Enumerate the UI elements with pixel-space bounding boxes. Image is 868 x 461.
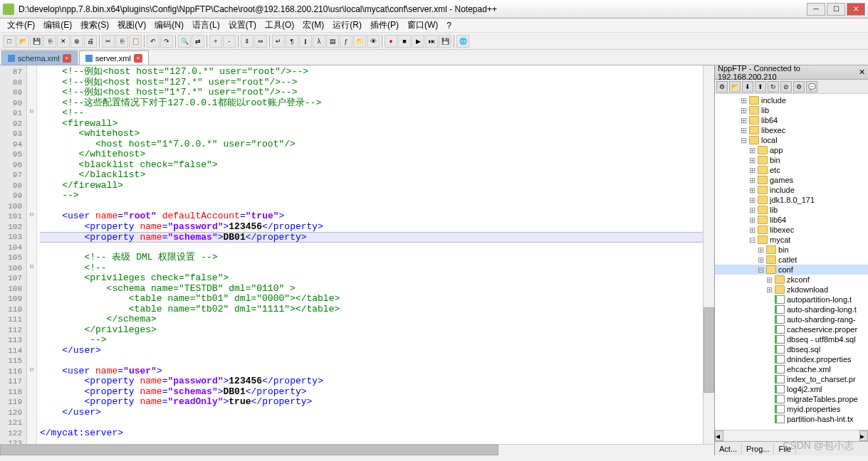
tree-folder[interactable]: ⊟ conf xyxy=(715,265,868,275)
replace-button[interactable]: ⇄ xyxy=(192,35,204,48)
tree-file[interactable]: cacheservice.proper xyxy=(715,324,868,334)
ftp-upload-button[interactable]: ⬆ xyxy=(755,81,766,92)
paste-button[interactable]: 📋 xyxy=(129,35,142,48)
stop-macro-button[interactable]: ■ xyxy=(398,35,411,48)
indent-guide-button[interactable]: ⫿ xyxy=(299,35,312,48)
undo-button[interactable]: ↶ xyxy=(147,35,160,48)
ftp-abort-button[interactable]: ⊘ xyxy=(780,81,792,92)
vertical-scrollbar[interactable] xyxy=(703,65,714,444)
close-all-button[interactable]: ⊗ xyxy=(70,35,83,48)
expand-icon[interactable]: ⊞ xyxy=(766,285,775,295)
expand-icon[interactable]: ⊞ xyxy=(749,146,758,155)
tree-folder[interactable]: ⊞ catlet xyxy=(715,255,868,265)
ftp-messages-button[interactable]: 💬 xyxy=(806,81,817,92)
tree-file[interactable]: migrateTables.prope xyxy=(715,394,868,404)
menu-item[interactable]: 运行(R) xyxy=(328,18,366,33)
ftp-settings-button[interactable]: ⚙ xyxy=(793,81,805,92)
tree-file[interactable]: log4j2.xml xyxy=(715,384,868,394)
sync-h-button[interactable]: ⇔ xyxy=(254,35,267,48)
tree-file[interactable]: dbseq.sql xyxy=(715,344,868,354)
monitoring-button[interactable]: 👁 xyxy=(367,35,380,48)
tree-folder[interactable]: ⊞ jdk1.8.0_171 xyxy=(715,195,868,205)
ftp-file-tree[interactable]: ⊞ include⊞ lib⊞ lib64⊞ libexec⊟ local⊞ a… xyxy=(715,94,868,430)
expand-icon[interactable]: ⊞ xyxy=(749,196,758,205)
tree-file[interactable]: ehcache.xml xyxy=(715,364,868,374)
cut-button[interactable]: ✂ xyxy=(102,35,115,48)
expand-icon[interactable]: ⊟ xyxy=(758,265,766,275)
menu-item[interactable]: 设置(T) xyxy=(224,18,261,33)
new-file-button[interactable]: □ xyxy=(3,35,16,48)
tab-close-icon[interactable]: × xyxy=(134,54,142,63)
tree-file[interactable]: dbseq - utf8mb4.sql xyxy=(715,334,868,344)
expand-icon[interactable]: ⊞ xyxy=(749,166,758,175)
record-macro-button[interactable]: ● xyxy=(385,35,397,48)
close-file-button[interactable]: ✕ xyxy=(57,35,70,48)
tree-file[interactable]: auto-sharding-rang- xyxy=(715,314,868,324)
tree-folder[interactable]: ⊞ include xyxy=(715,185,868,195)
expand-icon[interactable]: ⊞ xyxy=(749,176,758,185)
expand-icon[interactable]: ⊞ xyxy=(749,216,758,225)
zoom-out-button[interactable]: - xyxy=(223,35,236,48)
find-button[interactable]: 🔍 xyxy=(178,35,191,48)
tree-folder[interactable]: ⊞ libexec xyxy=(715,225,868,235)
expand-icon[interactable]: ⊞ xyxy=(741,106,749,115)
menu-item[interactable]: 文件(F) xyxy=(3,18,39,33)
menu-item[interactable]: 语言(L) xyxy=(188,18,224,33)
play-multi-button[interactable]: ⏭ xyxy=(425,35,438,48)
expand-icon[interactable]: ⊞ xyxy=(749,226,758,235)
menu-item[interactable]: ? xyxy=(442,19,456,32)
tree-file[interactable]: myid.properties xyxy=(715,404,868,414)
tree-folder[interactable]: ⊞ lib xyxy=(715,205,868,215)
print-button[interactable]: 🖨 xyxy=(84,35,97,48)
close-button[interactable]: ✕ xyxy=(847,3,865,16)
menu-item[interactable]: 工具(O) xyxy=(261,18,298,33)
save-macro-button[interactable]: 💾 xyxy=(439,35,451,48)
tree-folder[interactable]: ⊞ etc xyxy=(715,165,868,175)
menu-item[interactable]: 窗口(W) xyxy=(403,18,442,33)
code-editor[interactable]: 8788899091929394959697989910010110210310… xyxy=(0,65,714,444)
fold-column[interactable]: ⊟⊟⊟⊟ xyxy=(27,65,37,444)
expand-icon[interactable]: ⊞ xyxy=(741,96,749,105)
tree-file[interactable]: autopartition-long.t xyxy=(715,295,868,304)
ftp-bottom-tab[interactable]: Act... xyxy=(715,443,742,455)
play-macro-button[interactable]: ▶ xyxy=(412,35,424,48)
tree-file[interactable]: dnindex.properties xyxy=(715,354,868,364)
ftp-bottom-tab[interactable]: Prog... xyxy=(742,443,774,455)
expand-icon[interactable]: ⊞ xyxy=(741,116,749,125)
tree-folder[interactable]: ⊞ games xyxy=(715,175,868,185)
expand-icon[interactable]: ⊞ xyxy=(758,245,766,255)
tree-folder[interactable]: ⊞ lib64 xyxy=(715,115,868,125)
code-content[interactable]: <!--例如<host host="127.0.*" user="root"/>… xyxy=(37,65,703,444)
expand-icon[interactable]: ⊞ xyxy=(749,186,758,195)
tree-folder[interactable]: ⊟ mycat xyxy=(715,235,868,245)
expand-icon[interactable]: ⊞ xyxy=(758,255,766,265)
menu-item[interactable]: 宏(M) xyxy=(298,18,328,33)
tree-folder[interactable]: ⊞ bin xyxy=(715,245,868,255)
ftp-open-button[interactable]: 📂 xyxy=(729,81,741,92)
menu-item[interactable]: 视图(V) xyxy=(113,18,150,33)
sync-v-button[interactable]: ⇕ xyxy=(241,35,253,48)
menu-item[interactable]: 插件(P) xyxy=(366,18,403,33)
tree-file[interactable]: auto-sharding-long.t xyxy=(715,304,868,314)
tree-folder[interactable]: ⊞ lib xyxy=(715,105,868,115)
tree-file[interactable]: index_to_charset.pr xyxy=(715,374,868,384)
expand-icon[interactable]: ⊞ xyxy=(749,206,758,215)
menu-item[interactable]: 编码(N) xyxy=(150,18,188,33)
save-button[interactable]: 💾 xyxy=(30,35,43,48)
ftp-bottom-tab[interactable]: File xyxy=(774,443,796,455)
ftp-horizontal-scrollbar[interactable]: ◂ ▸ xyxy=(715,430,868,441)
copy-button[interactable]: ⎘ xyxy=(115,35,128,48)
folder-workspace-button[interactable]: 📁 xyxy=(353,35,366,48)
ftp-refresh-button[interactable]: ↻ xyxy=(768,81,779,92)
tree-folder[interactable]: ⊞ include xyxy=(715,95,868,105)
expand-icon[interactable]: ⊟ xyxy=(749,235,758,245)
tree-folder[interactable]: ⊞ lib64 xyxy=(715,215,868,225)
file-tab[interactable]: server.xml× xyxy=(79,51,149,65)
expand-icon[interactable]: ⊞ xyxy=(749,156,758,165)
tree-folder[interactable]: ⊞ app xyxy=(715,145,868,155)
expand-icon[interactable]: ⊟ xyxy=(741,136,749,145)
ftp-connect-button[interactable]: ⚙ xyxy=(716,81,728,92)
user-lang-button[interactable]: λ xyxy=(313,35,325,48)
minimize-button[interactable]: ─ xyxy=(807,3,825,16)
ftp-close-icon[interactable]: ✕ xyxy=(859,68,865,77)
